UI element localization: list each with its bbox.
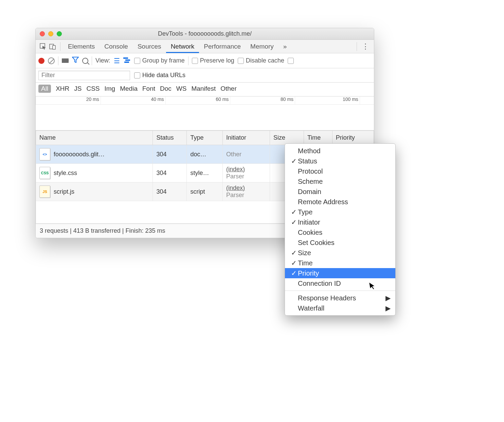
column-header-priority[interactable]: Priority <box>332 131 374 145</box>
group-by-frame-label: Group by frame <box>142 57 185 64</box>
tab-performance[interactable]: Performance <box>199 40 246 53</box>
separator <box>357 42 357 51</box>
menu-label: Type <box>298 208 312 216</box>
timeline-tick: 80 ms <box>230 96 295 104</box>
svg-rect-2 <box>53 46 55 49</box>
menu-item-waterfall[interactable]: Waterfall▶ <box>285 303 395 313</box>
menu-label: Cookies <box>298 229 322 236</box>
menu-label: Protocol <box>298 168 323 175</box>
column-header-initiator[interactable]: Initiator <box>223 131 270 145</box>
tab-memory[interactable]: Memory <box>246 40 278 53</box>
tab-sources[interactable]: Sources <box>133 40 166 53</box>
menu-item-time[interactable]: ✓Time <box>285 258 395 268</box>
menu-item-response-headers[interactable]: Response Headers▶ <box>285 293 395 303</box>
menu-label: Scheme <box>298 178 323 186</box>
inspect-icon[interactable] <box>38 42 48 51</box>
type-filter-js[interactable]: JS <box>74 85 82 92</box>
clear-button[interactable] <box>48 57 55 64</box>
menu-item-connection-id[interactable]: Connection ID <box>285 278 395 288</box>
type-filter-ws[interactable]: WS <box>176 85 187 92</box>
menu-item-initiator[interactable]: ✓Initiator <box>285 217 395 227</box>
type-filter-font[interactable]: Font <box>142 85 155 92</box>
search-icon[interactable] <box>82 58 88 64</box>
status-cell: 304 <box>153 182 187 201</box>
menu-item-cookies[interactable]: Cookies <box>285 227 395 238</box>
column-header-status[interactable]: Status <box>153 131 187 145</box>
file-icon: CSS <box>39 167 50 179</box>
type-cell: doc… <box>187 145 223 164</box>
hide-data-urls-checkbox[interactable]: Hide data URLs <box>134 72 185 79</box>
disable-cache-checkbox[interactable]: Disable cache <box>238 57 284 64</box>
large-rows-icon[interactable]: ☰ <box>114 57 120 65</box>
filter-bar: Hide data URLs <box>36 68 374 83</box>
timeline-ruler: 20 ms40 ms60 ms80 ms100 ms <box>36 96 374 105</box>
menu-item-status[interactable]: ✓Status <box>285 156 395 166</box>
check-icon: ✓ <box>290 259 298 267</box>
filter-input[interactable] <box>38 71 130 80</box>
initiator-sub: Other <box>226 151 241 158</box>
column-header-type[interactable]: Type <box>187 131 223 145</box>
column-header-name[interactable]: Name <box>36 131 153 145</box>
disable-cache-label: Disable cache <box>246 57 284 64</box>
initiator-cell: Other <box>223 145 270 164</box>
type-filter-xhr[interactable]: XHR <box>56 85 69 92</box>
timeline-tick: 20 ms <box>36 96 101 104</box>
titlebar: DevTools - foooooooods.glitch.me/ <box>36 28 374 40</box>
filter-toggle-icon[interactable] <box>72 57 79 65</box>
waterfall-view-icon[interactable] <box>123 57 131 65</box>
check-icon: ✓ <box>290 208 298 216</box>
device-toggle-icon[interactable] <box>48 42 57 51</box>
menu-label: Connection ID <box>298 280 341 287</box>
menu-item-method[interactable]: Method <box>285 146 395 156</box>
menu-item-scheme[interactable]: Scheme <box>285 176 395 187</box>
capture-screenshot-icon[interactable] <box>62 58 69 63</box>
group-by-frame-checkbox[interactable]: Group by frame <box>134 57 185 64</box>
menu-label: Initiator <box>298 218 320 226</box>
devtools-tabs: ElementsConsoleSourcesNetworkPerformance… <box>36 40 374 53</box>
column-header-time[interactable]: Time <box>304 131 332 145</box>
request-name: foooooooods.glit… <box>54 151 105 158</box>
type-filter-img[interactable]: Img <box>105 85 115 92</box>
type-filter-all[interactable]: All <box>38 85 51 93</box>
record-button[interactable] <box>38 58 44 64</box>
column-context-menu: Method✓StatusProtocolSchemeDomainRemote … <box>285 143 396 316</box>
column-header-size[interactable]: Size <box>270 131 304 145</box>
tabs-overflow[interactable]: » <box>278 40 292 53</box>
timeline-overview[interactable]: 20 ms40 ms60 ms80 ms100 ms <box>36 96 374 130</box>
menu-label: Domain <box>298 188 321 196</box>
menu-item-type[interactable]: ✓Type <box>285 207 395 217</box>
separator <box>58 56 58 65</box>
type-filter-media[interactable]: Media <box>120 85 138 92</box>
tab-network[interactable]: Network <box>166 40 199 53</box>
more-menu-icon[interactable]: ⋮ <box>360 42 371 51</box>
view-label: View: <box>95 57 110 64</box>
initiator-cell: (index)Parser <box>223 164 270 182</box>
preserve-log-checkbox[interactable]: Preserve log <box>192 57 234 64</box>
type-filter-manifest[interactable]: Manifest <box>191 85 216 92</box>
initiator-link[interactable]: (index) <box>226 184 245 191</box>
check-icon: ✓ <box>290 249 298 257</box>
menu-label: Remote Address <box>298 198 348 206</box>
type-filter-doc[interactable]: Doc <box>160 85 172 92</box>
offline-checkbox[interactable] <box>288 58 296 64</box>
file-icon: JS <box>39 186 50 198</box>
type-filter-css[interactable]: CSS <box>86 85 100 92</box>
menu-item-remote-address[interactable]: Remote Address <box>285 197 395 207</box>
timeline-tick: 60 ms <box>165 96 230 104</box>
type-filter-other[interactable]: Other <box>220 85 237 92</box>
tab-console[interactable]: Console <box>100 40 133 53</box>
menu-item-domain[interactable]: Domain <box>285 187 395 197</box>
menu-item-priority[interactable]: ✓Priority <box>285 268 395 278</box>
menu-item-protocol[interactable]: Protocol <box>285 166 395 176</box>
request-name: script.js <box>54 188 74 195</box>
menu-label: Set Cookies <box>298 239 335 247</box>
menu-item-set-cookies[interactable]: Set Cookies <box>285 238 395 248</box>
initiator-sub: Parser <box>226 173 244 180</box>
separator <box>188 56 188 65</box>
tab-elements[interactable]: Elements <box>63 40 100 53</box>
submenu-arrow-icon: ▶ <box>385 294 391 302</box>
check-icon: ✓ <box>290 269 298 277</box>
timeline-tick: 40 ms <box>101 96 165 104</box>
menu-item-size[interactable]: ✓Size <box>285 248 395 258</box>
initiator-link[interactable]: (index) <box>226 166 245 173</box>
